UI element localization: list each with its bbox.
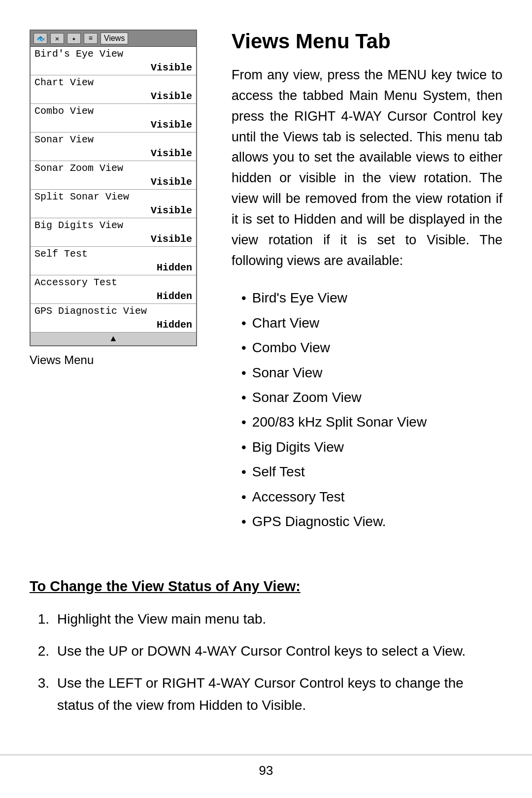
menu-item-name: Split Sonar View: [31, 190, 196, 204]
menu-item-value: Visible: [31, 118, 196, 132]
menu-item-value: Visible: [31, 175, 196, 189]
bullet-item: 200/83 kHz Split Sonar View: [241, 410, 502, 434]
step-text: Use the UP or DOWN 4-WAY Cursor Control …: [57, 640, 502, 663]
menu-item: Self TestHidden: [31, 247, 196, 275]
menu-scroll-arrow: ▲: [31, 332, 196, 345]
bullet-item: GPS Diagnostic View.: [241, 509, 502, 534]
menu-item-value: Visible: [31, 147, 196, 161]
toolbar-icon-menu: ≡: [84, 33, 98, 44]
menu-caption: Views Menu: [30, 353, 94, 367]
bullet-item: Sonar Zoom View: [241, 385, 502, 410]
sub-heading: To Change the View Status of Any View:: [30, 578, 502, 595]
bullet-item: Chart View: [241, 311, 502, 335]
bullet-item: Accessory Test: [241, 485, 502, 509]
page-title: Views Menu Tab: [232, 30, 502, 53]
bullet-item: Sonar View: [241, 361, 502, 385]
menu-item-name: Bird's Eye View: [31, 47, 196, 61]
menu-item-value: Visible: [31, 90, 196, 103]
menu-item: Chart ViewVisible: [31, 75, 196, 104]
menu-item-name: Self Test: [31, 247, 196, 261]
footer: 93: [0, 755, 532, 778]
bullet-item: Self Test: [241, 460, 502, 484]
step-text: Highlight the View main menu tab.: [57, 608, 502, 631]
page-number: 93: [259, 763, 273, 778]
step-item: 2.Use the UP or DOWN 4-WAY Cursor Contro…: [30, 640, 502, 663]
step-number: 3.: [30, 672, 49, 695]
left-panel: 🐟 ✕ ✦ ≡ Views Bird's Eye ViewVisibleChar…: [30, 30, 207, 534]
menu-item-value: Hidden: [31, 261, 196, 275]
menu-item-name: Accessory Test: [31, 275, 196, 290]
bullet-item: Big Digits View: [241, 435, 502, 460]
menu-item: Combo ViewVisible: [31, 104, 196, 133]
toolbar-icon-x: ✕: [50, 33, 64, 44]
description-text: From any view, press the MENU key twice …: [232, 65, 502, 271]
top-content: 🐟 ✕ ✦ ≡ Views Bird's Eye ViewVisibleChar…: [30, 30, 502, 534]
menu-item-name: Chart View: [31, 75, 196, 90]
menu-item-value: Hidden: [31, 318, 196, 332]
menu-item-name: Sonar View: [31, 133, 196, 147]
step-item: 1.Highlight the View main menu tab.: [30, 608, 502, 631]
menu-item-value: Hidden: [31, 290, 196, 303]
menu-item-name: Combo View: [31, 104, 196, 118]
menu-items-container: Bird's Eye ViewVisibleChart ViewVisibleC…: [31, 47, 196, 332]
toolbar-views-label: Views: [100, 33, 128, 44]
menu-item-value: Visible: [31, 233, 196, 246]
menu-toolbar: 🐟 ✕ ✦ ≡ Views: [31, 31, 196, 47]
step-number: 2.: [30, 640, 49, 663]
bottom-section: To Change the View Status of Any View: 1…: [30, 578, 502, 726]
menu-item-value: Visible: [31, 61, 196, 75]
menu-item: Split Sonar ViewVisible: [31, 190, 196, 218]
bullet-item: Bird's Eye View: [241, 286, 502, 310]
page: 🐟 ✕ ✦ ≡ Views Bird's Eye ViewVisibleChar…: [0, 0, 532, 798]
menu-item: GPS Diagnostic ViewHidden: [31, 304, 196, 332]
menu-item: Accessory TestHidden: [31, 275, 196, 304]
menu-item-name: Big Digits View: [31, 218, 196, 233]
numbered-list: 1.Highlight the View main menu tab.2.Use…: [30, 608, 502, 716]
step-text: Use the LEFT or RIGHT 4-WAY Cursor Contr…: [57, 672, 502, 717]
menu-item: Sonar Zoom ViewVisible: [31, 161, 196, 190]
menu-screenshot: 🐟 ✕ ✦ ≡ Views Bird's Eye ViewVisibleChar…: [30, 30, 197, 346]
step-number: 1.: [30, 608, 49, 631]
bullet-item: Combo View: [241, 335, 502, 360]
menu-item-value: Visible: [31, 204, 196, 218]
menu-item-name: GPS Diagnostic View: [31, 304, 196, 318]
menu-item: Bird's Eye ViewVisible: [31, 47, 196, 75]
right-panel: Views Menu Tab From any view, press the …: [232, 30, 502, 534]
menu-item-name: Sonar Zoom View: [31, 161, 196, 175]
step-item: 3.Use the LEFT or RIGHT 4-WAY Cursor Con…: [30, 672, 502, 717]
toolbar-icon-star: ✦: [67, 33, 81, 44]
toolbar-icon-fish: 🐟: [33, 33, 47, 44]
menu-item: Big Digits ViewVisible: [31, 218, 196, 247]
bullet-list: Bird's Eye ViewChart ViewCombo ViewSonar…: [232, 286, 502, 534]
menu-item: Sonar ViewVisible: [31, 133, 196, 161]
